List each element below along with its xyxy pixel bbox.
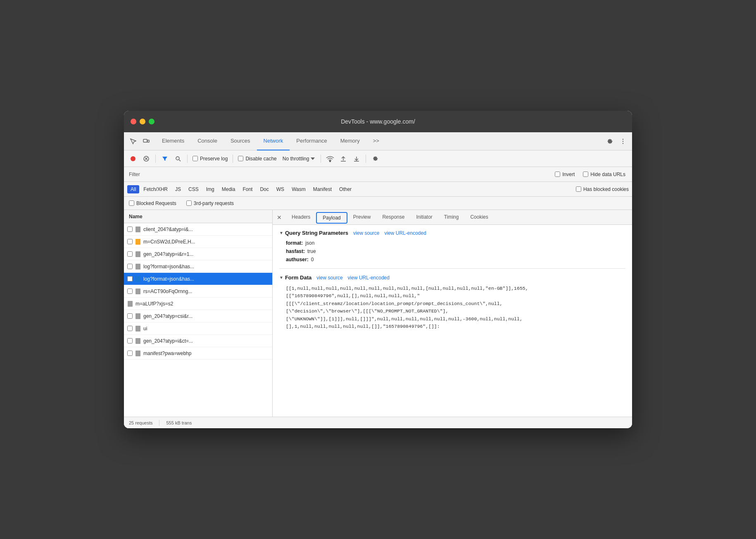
resource-fetch-xhr-button[interactable]: Fetch/XHR <box>140 185 171 193</box>
tab-performance[interactable]: Performance <box>290 132 333 150</box>
third-party-label[interactable]: 3rd-party requests <box>185 200 235 206</box>
filter-button[interactable] <box>159 153 171 165</box>
settings-button[interactable] <box>604 136 616 147</box>
network-item[interactable]: gen_204?atyp=i&ct=... <box>124 335 272 347</box>
item-checkbox[interactable] <box>127 264 133 269</box>
close-button[interactable] <box>131 119 136 124</box>
hide-data-urls-checkbox[interactable] <box>583 172 588 177</box>
item-checkbox[interactable] <box>127 227 133 232</box>
record-button[interactable] <box>127 153 139 165</box>
item-checkbox[interactable] <box>127 326 133 331</box>
resource-ws-button[interactable]: WS <box>273 185 288 193</box>
network-item[interactable]: m=aLUfP?xjs=s2 <box>124 298 272 310</box>
svg-point-3 <box>623 141 623 141</box>
third-party-checkbox[interactable] <box>186 200 192 206</box>
network-item[interactable]: gen_204?atyp=i&r=1... <box>124 248 272 260</box>
toolbar-divider-2 <box>187 155 188 163</box>
window-title: DevTools - www.google.com/ <box>341 118 415 125</box>
resource-js-button[interactable]: JS <box>172 185 184 193</box>
item-checkbox[interactable] <box>127 289 133 294</box>
network-item[interactable]: log?format=json&has... <box>124 260 272 273</box>
view-url-encoded-link[interactable]: view URL-encoded <box>384 230 426 236</box>
inspect-element-button[interactable] <box>127 136 139 147</box>
tab-headers[interactable]: Headers <box>286 210 316 225</box>
network-item[interactable]: gen_204?atyp=csi&r... <box>124 310 272 322</box>
resource-wasm-button[interactable]: Wasm <box>288 185 309 193</box>
form-data-line: [\"UNKNOWN\"]],[1]]],null,[]]]",null,nul… <box>286 315 625 323</box>
item-checkbox[interactable] <box>127 313 133 319</box>
main-content: Name client_204?&atyp=i&... m=CnSW2d,DPr… <box>124 210 632 417</box>
tab-network[interactable]: Network <box>257 132 290 150</box>
network-item[interactable]: ui <box>124 322 272 335</box>
network-item[interactable]: client_204?&atyp=i&... <box>124 223 272 236</box>
resource-img-button[interactable]: Img <box>203 185 218 193</box>
tab-bar-left-icons <box>127 136 152 147</box>
item-checkbox[interactable] <box>127 338 133 343</box>
tab-memory[interactable]: Memory <box>334 132 366 150</box>
resource-font-button[interactable]: Font <box>239 185 256 193</box>
network-item[interactable]: m=CnSW2d,DPreE,H... <box>124 236 272 248</box>
item-checkbox[interactable] <box>127 239 133 244</box>
blocked-requests-label[interactable]: Blocked Requests <box>127 200 178 206</box>
form-data-header: ▼ Form Data view source view URL-encoded <box>279 274 625 281</box>
disable-cache-checkbox[interactable] <box>238 156 243 161</box>
doc-icon <box>135 289 141 294</box>
param-key: authuser: <box>286 257 309 262</box>
item-name: log?format=json&has... <box>143 264 269 270</box>
hide-data-urls-label[interactable]: Hide data URLs <box>581 172 627 177</box>
svg-point-4 <box>623 143 623 143</box>
disable-cache-label[interactable]: Disable cache <box>236 156 278 162</box>
blocked-requests-checkbox[interactable] <box>129 200 134 206</box>
resource-other-button[interactable]: Other <box>336 185 355 193</box>
form-data-view-url-encoded-link[interactable]: view URL-encoded <box>348 275 390 281</box>
tab-elements[interactable]: Elements <box>155 132 191 150</box>
collapse-triangle[interactable]: ▼ <box>279 231 283 235</box>
devtools-window: DevTools - www.google.com/ <box>124 111 632 428</box>
resource-doc-button[interactable]: Doc <box>257 185 272 193</box>
tab-cookies[interactable]: Cookies <box>464 210 494 225</box>
device-toolbar-button[interactable] <box>140 136 152 147</box>
minimize-button[interactable] <box>140 119 145 124</box>
close-detail-button[interactable]: ✕ <box>274 212 284 222</box>
preserve-log-label[interactable]: Preserve log <box>191 156 229 162</box>
has-blocked-cookies-checkbox[interactable] <box>576 186 581 192</box>
preserve-log-checkbox[interactable] <box>193 156 198 161</box>
throttle-select[interactable]: No throttling <box>280 155 318 162</box>
tab-preview[interactable]: Preview <box>347 210 377 225</box>
tab-overflow[interactable]: >> <box>366 132 386 150</box>
tab-sources[interactable]: Sources <box>224 132 257 150</box>
item-name: manifest?pwa=webhp <box>143 351 269 356</box>
resource-media-button[interactable]: Media <box>219 185 239 193</box>
tab-console[interactable]: Console <box>191 132 224 150</box>
invert-checkbox[interactable] <box>555 172 560 177</box>
tab-initiator[interactable]: Initiator <box>410 210 438 225</box>
clear-button[interactable] <box>140 153 152 165</box>
item-checkbox[interactable] <box>127 251 133 257</box>
network-item[interactable]: rs=ACT90oFqOrnng... <box>124 285 272 298</box>
item-checkbox[interactable] <box>127 351 133 356</box>
view-source-link[interactable]: view source <box>353 230 379 236</box>
item-checkbox[interactable] <box>127 276 133 281</box>
wifi-settings-button[interactable] <box>324 153 336 165</box>
has-blocked-cookies: Has blocked cookies <box>576 186 629 192</box>
param-format: format: json <box>279 240 625 246</box>
network-item-selected[interactable]: log?format=json&has... <box>124 273 272 285</box>
invert-label[interactable]: Invert <box>553 172 576 177</box>
form-data-line: [[[\"/client_streamz/location/location_p… <box>286 300 625 308</box>
resource-all-button[interactable]: All <box>127 185 139 193</box>
maximize-button[interactable] <box>149 119 155 124</box>
resource-manifest-button[interactable]: Manifest <box>310 185 335 193</box>
resource-css-button[interactable]: CSS <box>185 185 202 193</box>
download-button[interactable] <box>351 153 362 165</box>
form-data-view-source-link[interactable]: view source <box>316 275 342 281</box>
collapse-triangle-2[interactable]: ▼ <box>279 275 283 280</box>
tab-response[interactable]: Response <box>376 210 410 225</box>
detail-panel: ✕ Headers Payload Preview Response Initi… <box>273 210 632 417</box>
network-item[interactable]: manifest?pwa=webhp <box>124 347 272 360</box>
upload-button[interactable] <box>338 153 349 165</box>
more-options-button[interactable] <box>617 136 629 147</box>
tab-payload[interactable]: Payload <box>316 212 347 224</box>
tab-timing[interactable]: Timing <box>438 210 465 225</box>
search-button[interactable] <box>172 153 184 165</box>
network-settings-button[interactable] <box>369 153 381 165</box>
